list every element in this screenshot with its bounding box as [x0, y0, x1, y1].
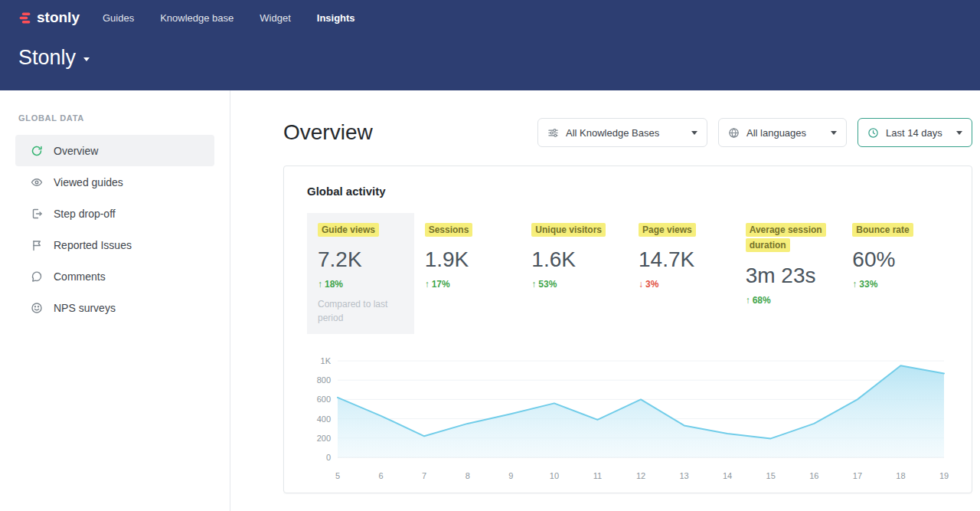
- overview-icon: [31, 145, 43, 157]
- filter-label: Last 14 days: [886, 127, 942, 139]
- svg-text:12: 12: [636, 471, 645, 480]
- sidebar-item-reported-issues[interactable]: Reported Issues: [15, 229, 214, 260]
- svg-text:400: 400: [317, 414, 331, 424]
- chevron-down-icon: [83, 57, 90, 61]
- eye-icon: [31, 176, 43, 188]
- sidebar-item-step-drop-off[interactable]: Step drop-off: [15, 198, 214, 229]
- metric-tile[interactable]: Page views 14.7K 3%: [628, 213, 735, 334]
- metric-value: 1.6K: [531, 247, 617, 272]
- top-navigation: stonly Guides Knowledge base Widget Insi…: [18, 6, 962, 29]
- svg-text:16: 16: [809, 471, 818, 480]
- workspace-selector[interactable]: Stonly: [18, 46, 962, 70]
- nav-item-widget[interactable]: Widget: [260, 12, 290, 24]
- stonly-logo-icon: [18, 11, 31, 25]
- arrow-icon: [746, 295, 750, 306]
- globe-icon: [728, 127, 740, 139]
- sidebar-item-overview[interactable]: Overview: [15, 135, 214, 166]
- page-title: Overview: [283, 120, 373, 145]
- knowledge-bases-filter[interactable]: All Knowledge Bases: [537, 118, 707, 147]
- sidebar-item-label: Comments: [54, 270, 106, 283]
- svg-text:0: 0: [326, 453, 331, 462]
- svg-text:17: 17: [853, 471, 862, 480]
- smiley-icon: [31, 302, 43, 314]
- arrow-icon: [852, 279, 857, 290]
- arrow-icon: [318, 279, 322, 290]
- svg-text:7: 7: [422, 471, 426, 480]
- main-content: Overview All Knowledge Bases: [230, 90, 980, 511]
- svg-text:6: 6: [379, 471, 384, 480]
- arrow-icon: [531, 279, 536, 290]
- metric-label: Average session duration: [746, 223, 826, 252]
- svg-text:19: 19: [939, 471, 949, 480]
- nav-item-insights[interactable]: Insights: [317, 12, 355, 24]
- nav-item-guides[interactable]: Guides: [103, 12, 134, 24]
- sliders-icon: [547, 127, 559, 139]
- metric-label: Bounce rate: [852, 223, 913, 237]
- comment-icon: [31, 270, 43, 283]
- svg-text:5: 5: [335, 471, 340, 480]
- arrow-icon: [639, 279, 643, 290]
- svg-text:200: 200: [317, 434, 331, 443]
- clock-icon: [867, 127, 879, 139]
- sidebar-item-label: Viewed guides: [54, 176, 123, 188]
- svg-text:14: 14: [723, 471, 732, 480]
- metric-change: 33%: [852, 279, 938, 290]
- arrow-icon: [425, 279, 430, 290]
- sidebar-item-viewed-guides[interactable]: Viewed guides: [15, 166, 214, 198]
- svg-text:13: 13: [679, 471, 688, 480]
- global-activity-chart: 02004006008001K5678910111213141516171819: [307, 352, 950, 487]
- sidebar-item-label: NPS surveys: [54, 302, 116, 314]
- metric-value: 60%: [852, 247, 938, 272]
- metric-label: Unique visitors: [531, 223, 606, 237]
- filters-bar: All Knowledge Bases All languages: [537, 118, 972, 147]
- card-title: Global activity: [307, 185, 949, 198]
- svg-text:1K: 1K: [321, 356, 332, 365]
- date-range-filter[interactable]: Last 14 days: [858, 118, 972, 147]
- flag-icon: [31, 239, 43, 251]
- metric-change: 17%: [425, 279, 511, 290]
- metric-tile[interactable]: Unique visitors 1.6K 53%: [521, 213, 628, 334]
- languages-filter[interactable]: All languages: [718, 118, 847, 147]
- metric-value: 3m 23s: [746, 264, 831, 288]
- global-activity-card: Global activity Guide views 7.2K 18% Com…: [283, 165, 972, 493]
- sidebar-section-title: GLOBAL DATA: [0, 113, 230, 123]
- metrics-row: Guide views 7.2K 18% Compared to last pe…: [307, 213, 949, 334]
- sidebar-item-comments[interactable]: Comments: [15, 260, 214, 292]
- metric-tile[interactable]: Sessions 1.9K 17%: [414, 213, 521, 334]
- sidebar-item-label: Overview: [54, 145, 98, 157]
- sidebar-item-label: Reported Issues: [54, 239, 132, 251]
- metric-change: 18%: [318, 279, 403, 290]
- sidebar-item-label: Step drop-off: [54, 208, 116, 220]
- metric-change: 3%: [639, 279, 724, 290]
- app-header: stonly Guides Knowledge base Widget Insi…: [0, 0, 980, 90]
- metric-change: 68%: [746, 295, 831, 306]
- chevron-down-icon: [691, 131, 697, 135]
- metric-change: 53%: [531, 279, 617, 290]
- svg-text:11: 11: [593, 471, 602, 480]
- metric-label: Page views: [639, 223, 696, 237]
- filter-label: All languages: [746, 127, 806, 139]
- filter-label: All Knowledge Bases: [566, 127, 659, 139]
- svg-text:800: 800: [317, 375, 331, 385]
- workspace-title: Stonly: [18, 46, 76, 70]
- metric-tile[interactable]: Guide views 7.2K 18% Compared to last pe…: [307, 213, 414, 334]
- metric-value: 14.7K: [639, 247, 724, 272]
- nav-item-knowledge-base[interactable]: Knowledge base: [160, 12, 234, 24]
- stonly-logo[interactable]: stonly: [18, 9, 80, 26]
- metric-label: Sessions: [425, 223, 473, 237]
- sidebar-item-nps-surveys[interactable]: NPS surveys: [15, 292, 214, 323]
- svg-text:8: 8: [466, 471, 470, 480]
- chevron-down-icon: [956, 131, 962, 135]
- chevron-down-icon: [831, 131, 837, 135]
- metric-label: Guide views: [318, 223, 379, 237]
- metric-note: Compared to last period: [318, 298, 397, 325]
- svg-text:15: 15: [766, 471, 776, 480]
- sidebar: GLOBAL DATA Overview Viewed guides: [0, 90, 230, 511]
- step-dropoff-icon: [31, 208, 43, 220]
- metric-tile[interactable]: Bounce rate 60% 33%: [841, 213, 949, 334]
- svg-text:600: 600: [317, 395, 331, 405]
- metric-tile[interactable]: Average session duration 3m 23s 68%: [735, 213, 842, 334]
- svg-text:9: 9: [508, 471, 513, 480]
- metric-value: 1.9K: [425, 247, 511, 272]
- svg-text:10: 10: [550, 471, 559, 480]
